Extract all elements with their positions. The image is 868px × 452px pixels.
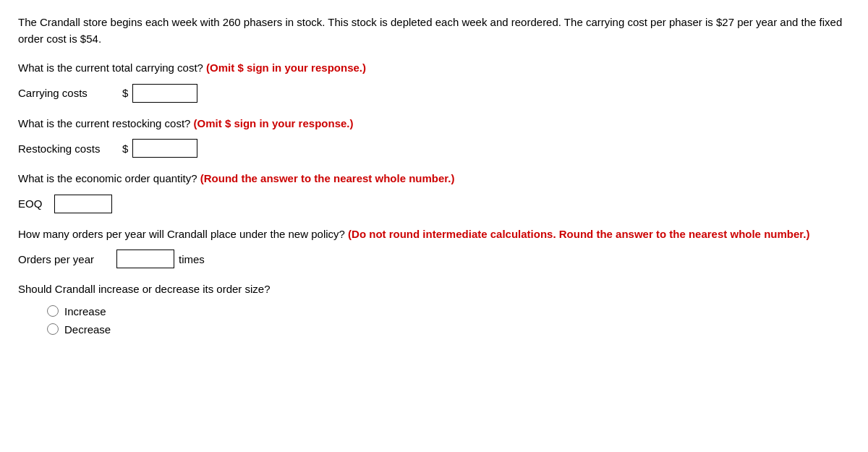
increase-option[interactable]: Increase xyxy=(47,305,850,317)
decrease-option[interactable]: Decrease xyxy=(47,323,850,336)
times-label: times xyxy=(179,253,205,265)
q2-emphasis: (Omit $ sign in your response.) xyxy=(194,117,354,129)
increase-radio[interactable] xyxy=(47,305,59,317)
carrying-costs-label: Carrying costs xyxy=(18,87,119,99)
restocking-costs-input[interactable] xyxy=(132,139,197,158)
orders-per-year-input[interactable] xyxy=(116,250,174,268)
intro-text: The Crandall store begins each week with… xyxy=(18,16,842,45)
eoq-label: EOQ xyxy=(18,197,47,210)
restocking-costs-dollar: $ xyxy=(122,142,128,155)
increase-label: Increase xyxy=(64,305,106,317)
q1-label: What is the current total carrying cost? xyxy=(18,61,203,74)
q1-block: What is the current total carrying cost?… xyxy=(18,60,850,103)
q4-label: How many orders per year will Crandall p… xyxy=(18,228,345,240)
carrying-costs-input[interactable] xyxy=(132,84,197,103)
restocking-costs-label: Restocking costs xyxy=(18,142,119,155)
orders-per-year-label: Orders per year xyxy=(18,253,112,265)
q2-question: What is the current restocking cost? (Om… xyxy=(18,116,850,132)
q3-question: What is the economic order quantity? (Ro… xyxy=(18,171,850,187)
order-size-radio-group: Increase Decrease xyxy=(47,305,850,336)
q2-block: What is the current restocking cost? (Om… xyxy=(18,116,850,158)
eoq-input[interactable] xyxy=(54,195,112,213)
q3-block: What is the economic order quantity? (Ro… xyxy=(18,171,850,213)
q5-question: Should Crandall increase or decrease its… xyxy=(18,281,850,298)
decrease-radio[interactable] xyxy=(47,323,59,335)
q5-label: Should Crandall increase or decrease its… xyxy=(18,283,271,295)
q3-label: What is the economic order quantity? xyxy=(18,172,197,184)
q2-label: What is the current restocking cost? xyxy=(18,117,190,129)
decrease-label: Decrease xyxy=(64,323,111,336)
q3-emphasis: (Round the answer to the nearest whole n… xyxy=(200,172,455,184)
q1-emphasis: (Omit $ sign in your response.) xyxy=(206,61,366,74)
intro-paragraph: The Crandall store begins each week with… xyxy=(18,14,850,47)
q4-block: How many orders per year will Crandall p… xyxy=(18,226,850,269)
q1-question: What is the current total carrying cost?… xyxy=(18,60,850,77)
q4-question: How many orders per year will Crandall p… xyxy=(18,226,850,243)
carrying-costs-dollar: $ xyxy=(122,87,128,99)
q4-emphasis: (Do not round intermediate calculations.… xyxy=(348,228,809,240)
q5-block: Should Crandall increase or decrease its… xyxy=(18,281,850,336)
